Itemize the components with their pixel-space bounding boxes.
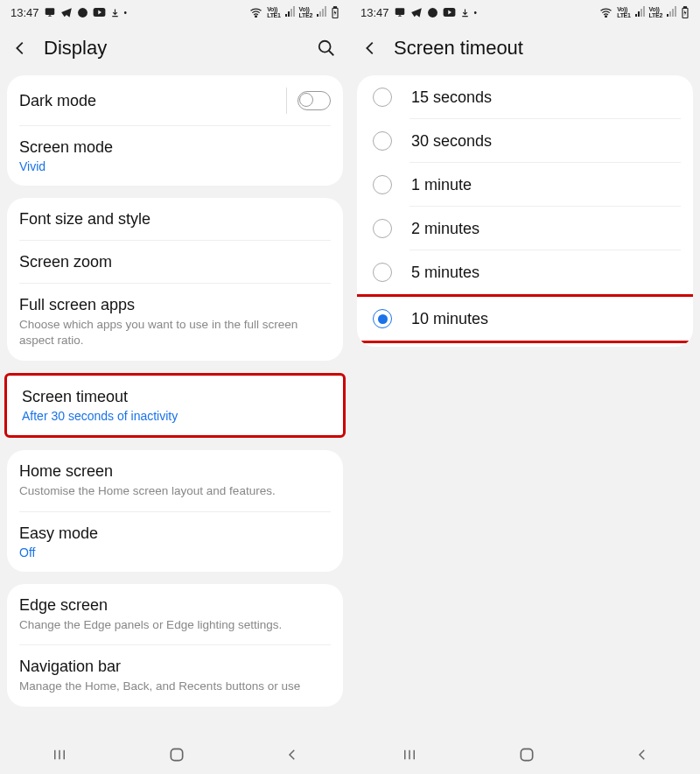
- svg-rect-5: [334, 6, 337, 8]
- circle-icon: [427, 7, 438, 18]
- signal1-icon: [285, 8, 295, 17]
- nav-home[interactable]: [168, 746, 186, 763]
- nav-bar: [0, 735, 350, 774]
- screen-zoom-label: Screen zoom: [19, 253, 331, 271]
- battery-icon: [331, 6, 340, 19]
- phone-right: 13:47 • Vo))LTE1 Vo))LTE2 Screen timeout…: [350, 0, 700, 774]
- back-button[interactable]: [10, 39, 30, 58]
- highlight-screen-timeout: Screen timeout After 30 seconds of inact…: [4, 373, 346, 438]
- highlight-10-minutes: 10 minutes: [357, 294, 693, 343]
- phone-left: 13:47 • Vo))LTE1 Vo))LTE2 Display Dark m…: [0, 0, 350, 774]
- content-area: 15 seconds 30 seconds 1 minute 2 minutes…: [350, 75, 700, 774]
- lte1-indicator: Vo))LTE1: [617, 6, 630, 18]
- font-size-label: Font size and style: [19, 210, 331, 229]
- dark-mode-label: Dark mode: [19, 92, 96, 110]
- row-font-size[interactable]: Font size and style: [7, 198, 343, 241]
- radio-icon: [373, 175, 392, 194]
- download-icon: [460, 7, 470, 18]
- row-home-screen[interactable]: Home screen Customise the Home screen la…: [7, 450, 343, 511]
- row-navigation-bar[interactable]: Navigation bar Manage the Home, Back, an…: [7, 645, 343, 707]
- nav-recents[interactable]: [400, 747, 419, 763]
- screen-mode-value: Vivid: [19, 159, 331, 173]
- status-bar: 13:47 • Vo))LTE1 Vo))LTE2: [0, 0, 350, 25]
- navigation-bar-sub: Manage the Home, Back, and Recents butto…: [19, 679, 331, 694]
- nav-back[interactable]: [284, 747, 300, 763]
- card-timeout-options: 15 seconds 30 seconds 1 minute 2 minutes…: [357, 75, 693, 347]
- lte1-indicator: Vo))LTE1: [267, 6, 280, 18]
- svg-point-11: [606, 16, 607, 18]
- clock: 13:47: [360, 6, 389, 19]
- home-screen-sub: Customise the Home screen layout and fea…: [19, 483, 331, 499]
- edge-screen-sub: Change the Edge panels or Edge lighting …: [19, 617, 331, 633]
- row-full-screen-apps[interactable]: Full screen apps Choose which apps you w…: [7, 284, 343, 361]
- radio-icon: [373, 309, 392, 328]
- option-label: 1 minute: [411, 176, 472, 194]
- option-5-minutes[interactable]: 5 minutes: [357, 250, 693, 294]
- battery-icon: [681, 6, 690, 19]
- option-label: 10 minutes: [411, 310, 488, 328]
- full-screen-sub: Choose which apps you want to use in the…: [19, 317, 331, 348]
- svg-rect-7: [171, 749, 182, 760]
- svg-rect-0: [45, 8, 54, 15]
- screen-timeout-value: After 30 seconds of inactivity: [22, 409, 328, 423]
- card-display-1: Dark mode Screen mode Vivid: [7, 75, 343, 186]
- signal2-icon: [667, 8, 676, 17]
- signal1-icon: [635, 8, 645, 17]
- easy-mode-label: Easy mode: [19, 524, 331, 543]
- divider: [286, 88, 287, 114]
- message-icon: [44, 6, 56, 18]
- nav-home[interactable]: [518, 746, 536, 763]
- card-display-4: Edge screen Change the Edge panels or Ed…: [7, 584, 343, 707]
- message-icon: [394, 6, 406, 18]
- search-button[interactable]: [317, 39, 336, 58]
- lte2-indicator: Vo))LTE2: [649, 6, 662, 18]
- row-screen-timeout[interactable]: Screen timeout After 30 seconds of inact…: [7, 376, 343, 435]
- svg-point-6: [319, 41, 331, 53]
- radio-icon: [373, 263, 392, 282]
- svg-rect-8: [395, 8, 404, 15]
- card-display-3: Home screen Customise the Home screen la…: [7, 450, 343, 571]
- svg-rect-13: [684, 6, 687, 8]
- youtube-icon: [443, 7, 456, 18]
- easy-mode-value: Off: [19, 545, 331, 559]
- dot-icon: •: [124, 8, 128, 18]
- page-title: Display: [44, 37, 303, 60]
- row-easy-mode[interactable]: Easy mode Off: [7, 512, 343, 572]
- svg-point-9: [428, 8, 438, 18]
- card-display-2: Font size and style Screen zoom Full scr…: [7, 198, 343, 361]
- home-screen-label: Home screen: [19, 462, 331, 481]
- circle-icon: [77, 7, 88, 18]
- page-title: Screen timeout: [394, 37, 686, 60]
- option-10-minutes[interactable]: 10 minutes: [357, 297, 693, 341]
- content-area: Dark mode Screen mode Vivid Font size an…: [0, 75, 350, 774]
- option-label: 2 minutes: [411, 220, 480, 238]
- signal2-icon: [317, 8, 326, 17]
- header: Screen timeout: [350, 25, 700, 75]
- row-screen-zoom[interactable]: Screen zoom: [7, 241, 343, 284]
- wifi-icon: [599, 7, 612, 18]
- row-screen-mode[interactable]: Screen mode Vivid: [7, 126, 343, 186]
- option-30-seconds[interactable]: 30 seconds: [357, 119, 693, 163]
- screen-timeout-label: Screen timeout: [22, 388, 328, 406]
- dot-icon: •: [474, 8, 478, 18]
- option-1-minute[interactable]: 1 minute: [357, 163, 693, 207]
- wifi-icon: [249, 7, 262, 18]
- telegram-icon: [410, 6, 423, 18]
- dark-mode-toggle[interactable]: [298, 91, 331, 110]
- row-dark-mode[interactable]: Dark mode: [7, 75, 343, 126]
- clock: 13:47: [10, 6, 39, 19]
- radio-icon: [373, 219, 392, 238]
- svg-point-1: [78, 8, 88, 18]
- row-edge-screen[interactable]: Edge screen Change the Edge panels or Ed…: [7, 584, 343, 645]
- option-label: 5 minutes: [411, 264, 480, 282]
- nav-back[interactable]: [634, 747, 650, 763]
- nav-recents[interactable]: [50, 747, 69, 763]
- telegram-icon: [60, 6, 73, 18]
- svg-rect-14: [521, 749, 532, 760]
- edge-screen-label: Edge screen: [19, 596, 331, 615]
- option-2-minutes[interactable]: 2 minutes: [357, 207, 693, 250]
- lte2-indicator: Vo))LTE2: [299, 6, 312, 18]
- option-15-seconds[interactable]: 15 seconds: [357, 75, 693, 119]
- back-button[interactable]: [360, 39, 380, 58]
- full-screen-label: Full screen apps: [19, 296, 331, 314]
